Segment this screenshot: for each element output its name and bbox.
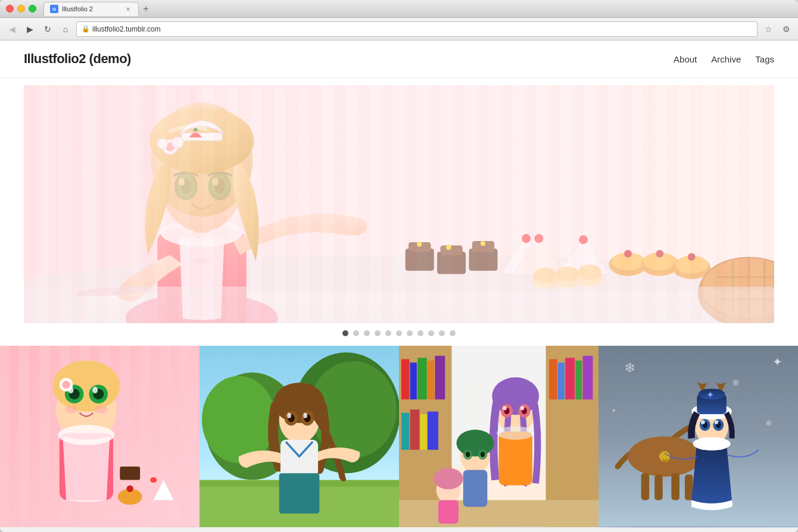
- site-title: Illustfolio2 (demo): [24, 51, 131, 67]
- carousel-dot-2[interactable]: [353, 330, 359, 336]
- nav-about[interactable]: About: [674, 54, 697, 64]
- main-content[interactable]: ❄ ❄ ✦ ✦ ❄: [0, 78, 798, 532]
- back-button[interactable]: ◀: [5, 22, 19, 36]
- maximize-button[interactable]: [29, 5, 36, 12]
- svg-rect-169: [685, 475, 693, 500]
- carousel-dot-11[interactable]: [450, 330, 456, 336]
- svg-text:❄: ❄: [732, 378, 740, 388]
- carousel-dot-4[interactable]: [375, 330, 381, 336]
- carousel-dot-8[interactable]: [417, 330, 423, 336]
- svg-rect-168: [671, 473, 679, 500]
- svg-rect-76: [39, 346, 49, 527]
- thumbnail-grid: ❄ ❄ ✦ ✦ ❄: [0, 346, 798, 527]
- carousel-dot-6[interactable]: [396, 330, 402, 336]
- thumbnail-4[interactable]: ❄ ❄ ✦ ✦ ❄: [598, 346, 798, 527]
- thumb-1-image: [0, 346, 200, 527]
- url-bar[interactable]: 🔒 illustfolio2.tumblr.com: [76, 21, 758, 37]
- svg-point-100: [150, 477, 157, 483]
- svg-text:❄: ❄: [765, 419, 772, 428]
- svg-rect-127: [435, 356, 445, 399]
- svg-point-180: [715, 420, 719, 424]
- home-button[interactable]: ⌂: [58, 22, 73, 36]
- hero-section: [0, 78, 798, 323]
- svg-text:✦: ✦: [611, 407, 616, 414]
- carousel-dot-7[interactable]: [407, 330, 413, 336]
- title-bar: G Illustfolio 2 ✕ +: [0, 0, 798, 18]
- svg-point-181: [693, 437, 730, 450]
- svg-rect-98: [120, 467, 140, 480]
- svg-rect-129: [410, 409, 420, 450]
- svg-point-95: [58, 425, 115, 445]
- minimize-button[interactable]: [17, 5, 25, 12]
- svg-rect-166: [641, 473, 650, 500]
- thumbnail-2[interactable]: [200, 346, 399, 527]
- svg-rect-118: [280, 440, 318, 477]
- svg-rect-136: [582, 356, 593, 399]
- svg-rect-130: [420, 414, 427, 450]
- carousel-dots: [0, 323, 798, 346]
- svg-rect-135: [575, 361, 582, 399]
- reload-button[interactable]: ↻: [40, 22, 55, 36]
- browser-window: G Illustfolio 2 ✕ + ◀ ▶ ↻ ⌂ 🔒 illustfoli…: [0, 0, 798, 532]
- svg-point-116: [287, 413, 291, 418]
- svg-rect-75: [19, 346, 29, 527]
- svg-rect-83: [180, 346, 191, 527]
- svg-rect-124: [410, 362, 417, 399]
- carousel-dot-10[interactable]: [439, 330, 445, 336]
- svg-rect-137: [399, 500, 598, 527]
- svg-point-93: [94, 405, 108, 414]
- svg-point-97: [62, 381, 70, 389]
- traffic-lights: [6, 5, 36, 12]
- svg-point-157: [434, 468, 463, 489]
- site-content: Illustfolio2 (demo) About Archive Tags: [0, 40, 798, 532]
- carousel-dot-3[interactable]: [364, 330, 370, 336]
- svg-point-92: [65, 405, 79, 414]
- carousel-dot-5[interactable]: [385, 330, 391, 336]
- hero-illustration: [24, 85, 774, 323]
- svg-rect-132: [549, 359, 557, 400]
- hero-bg-stripes: [24, 85, 774, 323]
- svg-point-146: [520, 406, 525, 411]
- svg-rect-158: [438, 500, 459, 523]
- thumbnail-1[interactable]: [0, 346, 200, 527]
- thumbnail-3[interactable]: [399, 346, 598, 527]
- thumb-2-image: [200, 346, 399, 527]
- thumb-4-image: ❄ ❄ ✦ ✦ ❄: [598, 346, 798, 527]
- carousel-dot-1[interactable]: [342, 330, 348, 336]
- svg-rect-134: [565, 358, 575, 399]
- svg-rect-74: [0, 346, 9, 527]
- svg-point-153: [466, 452, 470, 457]
- carousel-dot-9[interactable]: [428, 330, 434, 336]
- bookmark-button[interactable]: ☆: [761, 22, 775, 36]
- svg-rect-131: [428, 412, 438, 450]
- svg-point-148: [497, 426, 534, 440]
- svg-rect-123: [401, 359, 410, 400]
- svg-text:✦: ✦: [772, 355, 783, 368]
- hero-slideshow[interactable]: [24, 85, 774, 323]
- svg-point-154: [481, 452, 485, 457]
- tab-close-button[interactable]: ✕: [124, 5, 132, 13]
- tab-title: Illustfolio 2: [62, 5, 93, 12]
- new-tab-button[interactable]: +: [139, 2, 153, 16]
- svg-point-91: [92, 387, 98, 393]
- nav-archive[interactable]: Archive: [711, 54, 741, 64]
- svg-rect-128: [401, 413, 410, 450]
- settings-button[interactable]: ⚙: [779, 22, 793, 36]
- svg-rect-155: [463, 470, 488, 507]
- url-lock-icon: 🔒: [82, 25, 90, 33]
- svg-rect-167: [654, 475, 663, 500]
- svg-point-145: [503, 406, 507, 411]
- favicon-text: G: [52, 7, 56, 12]
- svg-text:❄: ❄: [624, 361, 635, 375]
- url-text: illustfolio2.tumblr.com: [92, 25, 752, 33]
- svg-point-117: [303, 413, 307, 418]
- nav-tags[interactable]: Tags: [755, 54, 774, 64]
- tab-bar: G Illustfolio 2 ✕ +: [43, 2, 792, 16]
- svg-point-179: [701, 420, 705, 424]
- active-tab[interactable]: G Illustfolio 2 ✕: [43, 2, 139, 16]
- svg-rect-133: [558, 362, 565, 399]
- forward-button[interactable]: ▶: [23, 22, 37, 36]
- site-nav: About Archive Tags: [674, 54, 774, 64]
- close-button[interactable]: [6, 5, 14, 12]
- svg-point-105: [202, 376, 276, 464]
